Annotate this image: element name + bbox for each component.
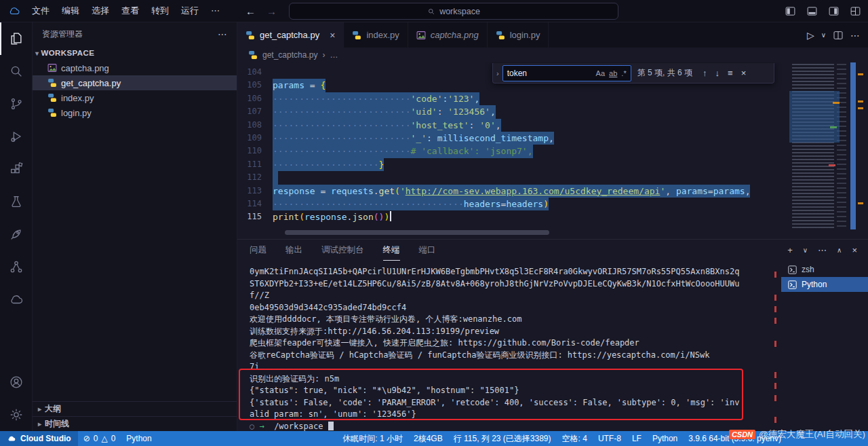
- cloud-studio-brand[interactable]: Cloud Studio: [0, 431, 78, 446]
- machine-spec-status[interactable]: 2核4GB: [408, 433, 448, 445]
- close-find-icon[interactable]: ×: [737, 68, 751, 78]
- find-in-selection-icon[interactable]: ≡: [724, 68, 737, 78]
- find-input[interactable]: token Aa ab .*: [502, 65, 631, 81]
- menu-go[interactable]: 转到: [145, 3, 175, 18]
- run-debug-icon[interactable]: [0, 120, 33, 153]
- testing-icon[interactable]: [0, 185, 33, 218]
- toggle-sidebar-right-icon[interactable]: [828, 5, 840, 17]
- maximize-panel-icon[interactable]: ∧: [837, 246, 842, 254]
- csdn-logo: CSDN: [729, 430, 755, 439]
- activity-bar: [0, 22, 33, 431]
- tab-login-py[interactable]: login.py: [488, 22, 549, 48]
- panel-tab-output[interactable]: 输出: [285, 240, 302, 261]
- tab-index-py[interactable]: index.py: [344, 22, 408, 48]
- workspace-section-header[interactable]: ▾ WORKSPACE: [33, 45, 237, 60]
- navigate-forward-icon[interactable]: →: [267, 5, 277, 17]
- code-line[interactable]: 106··························'code':'123…: [237, 92, 788, 105]
- code-line[interactable]: 109··························'_': millis…: [237, 132, 788, 145]
- command-center-search[interactable]: workspace: [289, 3, 618, 20]
- minimap[interactable]: [789, 62, 850, 229]
- tab-get-captcha-py[interactable]: get_captcha.py ×: [237, 22, 344, 48]
- regex-icon[interactable]: .*: [621, 69, 626, 77]
- new-terminal-icon[interactable]: +: [787, 245, 793, 255]
- code-line[interactable]: 110··························# 'callback…: [237, 145, 788, 157]
- code-line[interactable]: 113response = requests.get('http://com-s…: [237, 185, 788, 198]
- breadcrumb-symbol[interactable]: …: [330, 50, 338, 60]
- panel-tab-terminal[interactable]: 终端: [383, 240, 400, 261]
- language-mode-status[interactable]: Python: [647, 434, 683, 443]
- menu-more-icon[interactable]: ⋯: [205, 3, 226, 18]
- terminal-dropdown-icon[interactable]: ∨: [803, 246, 808, 254]
- bottom-panel: 问题 输出 调试控制台 终端 端口 + ∨ ⋯ ∧ × 0ymK2tiFnnJA…: [237, 239, 868, 431]
- customize-layout-icon[interactable]: [850, 5, 861, 17]
- file-row-captcha-png[interactable]: captcha.png: [33, 60, 237, 75]
- code-line[interactable]: 112: [237, 171, 788, 184]
- organization-icon[interactable]: [0, 250, 33, 283]
- close-panel-icon[interactable]: ×: [852, 245, 857, 255]
- breadcrumb[interactable]: get_captcha.py › …: [237, 48, 868, 62]
- breadcrumb-file[interactable]: get_captcha.py: [262, 50, 317, 60]
- file-row-login-py[interactable]: login.py: [33, 105, 237, 120]
- code-line-text: ··························'uid': '123456…: [273, 105, 496, 118]
- run-dropdown-icon[interactable]: ∨: [821, 31, 826, 39]
- terminal-session-zsh[interactable]: zsh: [781, 262, 868, 277]
- code-line[interactable]: 111····················}: [237, 158, 788, 171]
- next-match-icon[interactable]: ↓: [711, 68, 724, 78]
- eol-status[interactable]: LF: [627, 434, 647, 443]
- toggle-replace-icon[interactable]: ›: [493, 69, 502, 77]
- source-control-icon[interactable]: [0, 88, 33, 120]
- settings-gear-icon[interactable]: [0, 398, 33, 431]
- code-lines[interactable]: 104105params = {106·····················…: [237, 66, 788, 224]
- extensions-icon[interactable]: [0, 153, 33, 185]
- toggle-panel-icon[interactable]: [806, 5, 818, 17]
- explorer-icon[interactable]: [0, 22, 33, 55]
- accounts-icon[interactable]: [0, 366, 33, 398]
- terminal-line: 0ymK2tiFnnJAcqSI1A5b+QAPcirlU1UNrErHJKW6…: [250, 266, 773, 278]
- toggle-sidebar-left-icon[interactable]: [785, 5, 796, 17]
- file-row-index-py[interactable]: index.py: [33, 90, 237, 105]
- search-view-icon[interactable]: [0, 55, 33, 88]
- panel-tab-problems[interactable]: 问题: [250, 240, 267, 261]
- close-tab-icon[interactable]: ×: [330, 30, 335, 41]
- minimap-slider[interactable]: [850, 62, 856, 229]
- cursor-position-status[interactable]: 行 115, 列 23 (已选择3389): [448, 433, 557, 445]
- tab-captcha-png[interactable]: captcha.png: [408, 22, 488, 48]
- match-case-icon[interactable]: Aa: [596, 69, 605, 77]
- panel-tab-ports[interactable]: 端口: [419, 240, 436, 261]
- file-row-get-captcha-py[interactable]: get_captcha.py: [33, 75, 237, 90]
- code-editor[interactable]: 104105params = {106·····················…: [237, 62, 868, 239]
- navigate-back-icon[interactable]: ←: [245, 5, 256, 17]
- tab-label: login.py: [510, 30, 540, 40]
- outline-section[interactable]: ▸ 大纲: [33, 401, 237, 416]
- run-python-file-icon[interactable]: ▷: [807, 30, 814, 41]
- panel-tab-debug-console[interactable]: 调试控制台: [321, 240, 364, 261]
- terminal-session-python[interactable]: Python: [781, 277, 868, 292]
- terminal-line: 训练数据支持来源于:http://146.56.204.113:19199/pr…: [250, 326, 773, 338]
- rocket-deploy-icon[interactable]: [0, 218, 33, 250]
- menu-file[interactable]: 文件: [26, 3, 56, 18]
- whole-word-icon[interactable]: ab: [609, 69, 617, 77]
- code-line[interactable]: 115print(response.json()): [237, 210, 788, 223]
- timeline-section[interactable]: ▸ 时间线: [33, 416, 237, 431]
- sidebar-more-actions-icon[interactable]: ⋯: [218, 29, 227, 39]
- split-editor-icon[interactable]: [833, 30, 844, 41]
- encoding-status[interactable]: UTF-8: [593, 434, 627, 443]
- python-status-left[interactable]: Python: [121, 434, 157, 443]
- problems-status[interactable]: ⊘ 0 △ 0: [78, 434, 121, 443]
- code-line[interactable]: 114····································h…: [237, 198, 788, 210]
- horizontal-scrollbar[interactable]: [285, 230, 549, 235]
- menu-run[interactable]: 运行: [175, 3, 205, 18]
- code-line-text: params = {: [273, 79, 326, 92]
- editor-more-actions-icon[interactable]: ⋯: [850, 30, 860, 41]
- cloud-view-icon[interactable]: [0, 283, 33, 316]
- code-line[interactable]: 108··························'host_test'…: [237, 119, 788, 132]
- indentation-status[interactable]: 空格: 4: [557, 433, 593, 445]
- line-number: 109: [237, 132, 273, 145]
- menu-view[interactable]: 查看: [115, 3, 145, 18]
- menu-edit[interactable]: 编辑: [56, 3, 85, 18]
- code-line[interactable]: 107··························'uid': '123…: [237, 105, 788, 118]
- panel-more-actions-icon[interactable]: ⋯: [818, 245, 827, 255]
- previous-match-icon[interactable]: ↑: [698, 68, 711, 78]
- menu-selection[interactable]: 选择: [85, 3, 115, 18]
- sleep-time-status[interactable]: 休眠时间: 1 小时: [337, 433, 408, 445]
